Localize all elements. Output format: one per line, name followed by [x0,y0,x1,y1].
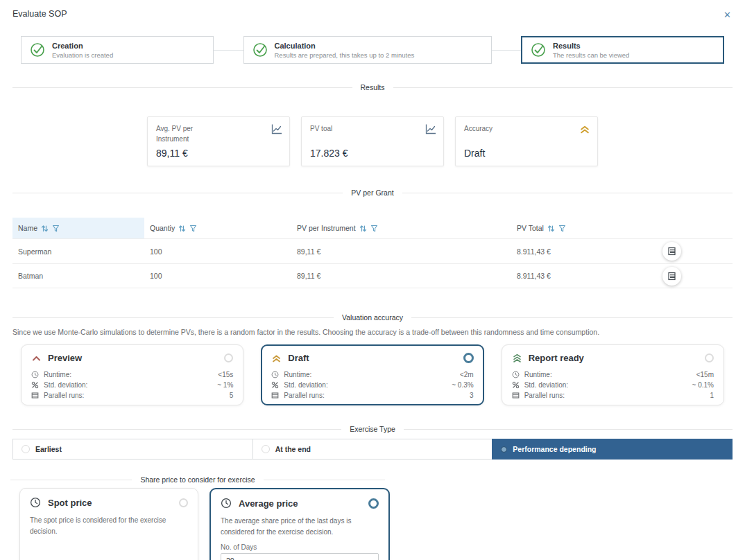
exercise-type-segments: Earliest At the end Performance dependin… [12,439,733,460]
filter-icon[interactable] [370,225,378,232]
cell-quantity: 100 [144,272,291,280]
clock-icon [512,371,520,378]
column-header-quantity[interactable]: Quantiy [144,218,291,238]
filter-icon[interactable] [558,225,566,232]
step-creation[interactable]: Creation Evaluation is created [21,36,214,64]
table-row[interactable]: Superman 100 89,11 € 8.911,43 € [12,238,733,263]
card-value: Draft [464,148,589,159]
pv-per-grant-table: Name Quantiy PV per Instrument PV Total [12,218,733,288]
option-description: The spot price is considered for the exe… [30,515,188,536]
chevron-up-icon [31,353,42,363]
option-description: The average share price of the last days… [221,516,379,537]
step-results[interactable]: Results The results can be viewed [521,36,724,64]
card-value: 17.823 € [310,148,435,159]
sort-icon[interactable] [359,225,367,232]
accuracy-option-report-ready[interactable]: Report ready Runtime:<15m Std. deviation… [502,344,724,405]
parallel-runs-icon [512,392,520,399]
radio-unselected[interactable] [224,353,233,362]
triple-chevron-up-icon [512,353,522,363]
sort-icon[interactable] [547,225,555,232]
option-title: Spot price [48,498,172,508]
row-details-button[interactable] [662,267,681,286]
section-divider-valuation-accuracy: Valuation accuracy [12,313,733,322]
check-circle-icon [252,42,268,58]
parallel-runs-value: 5 [230,391,234,400]
step-subtitle: Results are prepared, this takes up to 2… [275,51,415,59]
radio-selected[interactable] [368,498,379,509]
percent-icon [512,381,520,389]
section-label: Results [352,83,393,91]
cell-pv-per-instrument: 89,11 € [291,247,511,256]
filter-icon[interactable] [52,225,60,232]
check-circle-icon [531,42,546,58]
sort-icon[interactable] [178,225,186,232]
cell-pv-total: 8.911,43 € [511,247,657,256]
segment-at-the-end[interactable]: At the end [252,439,493,460]
average-price-option[interactable]: Average price The average share price of… [209,488,390,560]
parallel-runs-icon [31,392,39,399]
cell-pv-per-instrument: 89,11 € [291,272,511,280]
column-header-pv-per-instrument[interactable]: PV per Instrument [291,218,511,238]
cell-quantity: 100 [144,247,291,256]
segment-earliest[interactable]: Earliest [12,439,252,460]
accuracy-options-row: Preview Runtime:<15s Std. deviation:~ 1%… [21,344,724,405]
step-title: Results [553,42,629,50]
table-header-row: Name Quantiy PV per Instrument PV Total [12,218,733,238]
accuracy-card: Accuracy Draft [455,116,598,166]
parallel-runs-icon [271,392,279,399]
radio-unselected [22,445,30,453]
days-input[interactable] [221,553,379,560]
section-divider-share-price: Share price to consider for exercise [10,475,385,484]
parallel-runs-value: 3 [470,391,474,400]
step-subtitle: The results can be viewed [553,51,629,59]
section-divider-results: Results [12,83,733,91]
days-label: No. of Days [221,543,379,551]
cell-name: Superman [12,247,144,256]
share-price-options-row: Spot price The spot price is considered … [19,488,745,560]
parallel-runs-value: 1 [710,391,714,400]
step-calculation[interactable]: Calculation Results are prepared, this t… [243,36,492,64]
option-title: Draft [288,353,456,363]
chevrons-up-icon [579,123,590,134]
section-divider-exercise-type: Exercise Type [12,425,733,433]
double-chevron-up-icon [271,353,282,363]
step-title: Creation [52,42,113,50]
runtime-value: <15m [696,370,714,379]
spot-price-option[interactable]: Spot price The spot price is considered … [19,488,198,560]
radio-selected[interactable] [463,353,474,363]
pv-total-card: PV toal 17.823 € [301,116,444,166]
step-subtitle: Evaluation is created [52,51,113,59]
check-circle-icon [30,42,45,58]
valuation-description: Since we use Monte-Carlo simulations to … [12,328,733,336]
segment-performance-depending[interactable]: Performance depending [492,439,733,460]
cell-name: Batman [12,272,144,280]
clock-icon [30,497,41,508]
std-deviation-value: ~ 0.1% [692,380,714,390]
row-details-button[interactable] [662,242,681,261]
section-label: Share price to consider for exercise [132,475,263,484]
progress-stepper: Creation Evaluation is created Calculati… [21,36,724,64]
step-connector [492,50,522,51]
section-divider-pv-per-grant: PV per Grant [12,189,733,197]
step-connector [214,50,243,51]
radio-unselected[interactable] [705,353,714,362]
filter-icon[interactable] [189,225,197,232]
table-row[interactable]: Batman 100 89,11 € 8.911,43 € [12,263,733,288]
sort-icon[interactable] [41,225,49,232]
clock-icon [221,498,232,509]
card-label: PV toal [310,124,379,134]
section-label: Valuation accuracy [334,313,411,322]
column-header-name[interactable]: Name [12,218,144,238]
runtime-value: <2m [460,370,474,379]
accuracy-option-preview[interactable]: Preview Runtime:<15s Std. deviation:~ 1%… [21,344,243,405]
radio-selected [501,446,507,453]
close-icon[interactable]: ✕ [721,9,734,21]
clock-icon [271,371,279,378]
radio-unselected [262,445,270,453]
section-label: Exercise Type [341,425,404,433]
radio-unselected[interactable] [179,498,188,507]
accuracy-option-draft[interactable]: Draft Runtime:<2m Std. deviation:~ 0.3% … [261,344,483,405]
std-deviation-value: ~ 0.3% [452,380,473,390]
std-deviation-value: ~ 1% [217,380,233,390]
column-header-pv-total[interactable]: PV Total [511,218,657,238]
